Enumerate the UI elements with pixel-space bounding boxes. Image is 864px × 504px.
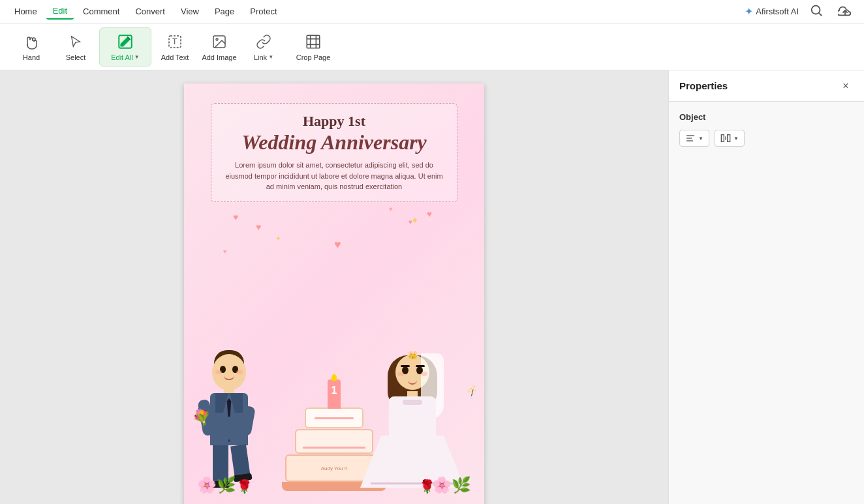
distribute-icon (720, 133, 731, 143)
search-icon[interactable] (805, 2, 827, 22)
bride-character: 👑 (360, 352, 465, 488)
heart-decoration-7: ♥ (389, 205, 393, 213)
distribute-button[interactable]: ▼ (715, 130, 745, 147)
heart-decoration-5: ♥ (334, 238, 341, 252)
panel-title: Properties (679, 80, 728, 91)
panel-tools-row: ▼ ▼ (679, 130, 854, 147)
cloud-upload-icon[interactable] (834, 2, 856, 22)
heart-decoration-2: ♥ (256, 222, 261, 232)
distribute-dropdown-arrow: ▼ (733, 136, 739, 141)
heart-decoration-6: ♥ (223, 248, 227, 255)
edit-all-icon (116, 33, 134, 51)
illustration-area: ♥ ♥ ♥ ♥ ♥ ♥ ♥ ✦ ✦ (197, 202, 471, 494)
hand-icon (22, 33, 40, 51)
svg-rect-17 (728, 135, 730, 142)
add-text-label: Add Text (161, 53, 189, 61)
edit-all-dropdown-arrow: ▼ (134, 54, 140, 60)
panel-header: Properties × (669, 70, 864, 102)
select-label: Select (66, 53, 86, 61)
canvas-area[interactable]: W Happy 1st Wedding Anniversary Lorem ip… (0, 70, 668, 504)
svg-text:T: T (172, 37, 177, 46)
add-image-icon (210, 33, 228, 51)
menu-comment[interactable]: Comment (76, 4, 126, 19)
svg-rect-8 (307, 35, 320, 48)
hand-tool-button[interactable]: Hand (10, 27, 52, 67)
roses-right: 🌹 (419, 479, 435, 494)
crop-page-label: Crop Page (296, 53, 331, 61)
link-dropdown-arrow: ▼ (268, 54, 273, 60)
add-text-icon: T (166, 33, 184, 51)
link-icon (255, 33, 273, 51)
menu-protect[interactable]: Protect (243, 4, 283, 19)
hand-label: Hand (23, 53, 40, 61)
add-image-label: Add Image (202, 53, 236, 61)
menu-home[interactable]: Home (8, 4, 44, 19)
select-icon (67, 33, 85, 51)
menu-view[interactable]: View (174, 4, 206, 19)
properties-panel: Properties × Object ▼ (668, 70, 864, 504)
link-label: Link (254, 53, 267, 61)
svg-line-1 (819, 13, 822, 16)
menu-bar: Home Edit Comment Convert View Page Prot… (0, 0, 864, 23)
edit-all-label-row: Edit All ▼ (111, 53, 140, 61)
link-label-row: Link ▼ (254, 53, 273, 61)
flowers-right: 🌸🌿 (432, 476, 471, 494)
cake-inscription: Audy You !! (321, 466, 347, 471)
toolbar: Hand Select Edit All ▼ T (0, 23, 864, 70)
panel-section-title: Object (679, 112, 854, 122)
wedding-card: Happy 1st Wedding Anniversary Lorem ipsu… (184, 83, 484, 504)
sparkle-1: ✦ (411, 215, 419, 226)
menu-edit[interactable]: Edit (46, 3, 74, 20)
select-tool-button[interactable]: Select (55, 27, 97, 67)
align-dropdown-arrow: ▼ (698, 136, 703, 141)
add-text-button[interactable]: T Add Text (154, 27, 196, 67)
add-image-button[interactable]: Add Image (198, 27, 240, 67)
menu-convert[interactable]: Convert (129, 4, 172, 19)
ai-label: Afirstsoft AI (756, 7, 799, 16)
edit-all-label: Edit All (111, 53, 133, 61)
sparkle-2: ✦ (275, 235, 281, 242)
anniversary-text: Wedding Anniversary (224, 130, 444, 155)
happy-text: Happy 1st (224, 113, 444, 130)
main-area: W Happy 1st Wedding Anniversary Lorem ip… (0, 70, 864, 504)
crop-page-button[interactable]: Crop Page (287, 27, 339, 67)
link-button[interactable]: Link ▼ (243, 27, 285, 67)
heart-decoration-1: ♥ (233, 212, 238, 222)
pdf-page[interactable]: W Happy 1st Wedding Anniversary Lorem ip… (184, 83, 484, 504)
svg-point-0 (812, 5, 820, 14)
heart-decoration-3: ♥ (427, 209, 432, 219)
svg-point-7 (216, 38, 218, 40)
crop-page-icon (304, 33, 322, 51)
panel-close-button[interactable]: × (838, 78, 854, 94)
flowers-left: 🌸🌿 (197, 476, 236, 494)
edit-all-button[interactable]: Edit All ▼ (99, 27, 151, 67)
lorem-text: Lorem ipsum dolor sit amet, consectetur … (224, 160, 444, 192)
ai-star-icon: ✦ (745, 5, 753, 18)
menu-right-section: ✦ Afirstsoft AI (745, 2, 856, 22)
groom-character: 💐 (210, 350, 248, 488)
ai-badge[interactable]: ✦ Afirstsoft AI (745, 5, 799, 18)
menu-page[interactable]: Page (208, 4, 241, 19)
align-icon (685, 133, 696, 143)
wedding-text-box[interactable]: Happy 1st Wedding Anniversary Lorem ipsu… (211, 103, 457, 202)
roses-left: 🌹 (236, 479, 253, 494)
align-button[interactable]: ▼ (679, 130, 709, 147)
panel-body: Object ▼ (669, 102, 864, 157)
svg-rect-16 (721, 135, 724, 142)
